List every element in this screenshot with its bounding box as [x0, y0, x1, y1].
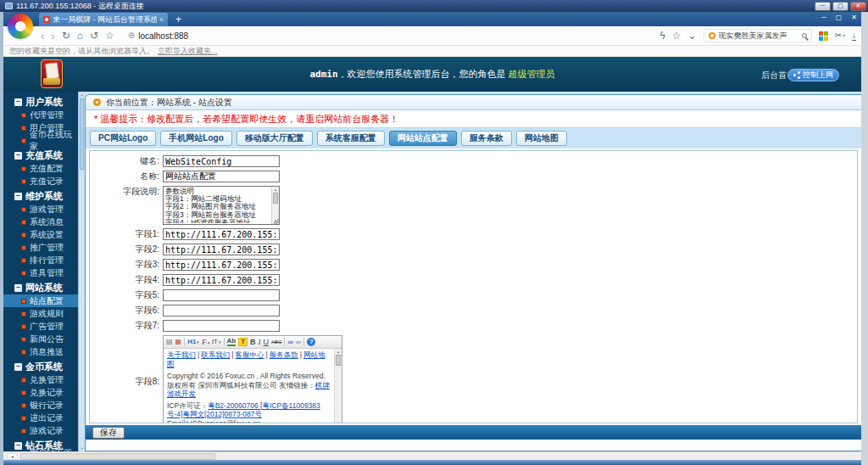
field-input[interactable] — [163, 228, 280, 240]
sidebar-section-header[interactable]: − 金币系统 — [3, 360, 78, 373]
sidebar-section-header[interactable]: − 用户系统 — [3, 95, 78, 109]
back-icon[interactable]: ‹ — [41, 31, 44, 42]
sidebar-item[interactable]: 游戏记录 — [3, 424, 78, 437]
field-input[interactable] — [163, 244, 280, 255]
search-hotword[interactable]: 现实樊胜美家属发声 — [719, 31, 798, 42]
browser-logo-icon[interactable] — [8, 14, 33, 39]
search-icon[interactable] — [802, 33, 807, 38]
footer-link[interactable]: 服务条款 — [270, 350, 298, 359]
refresh-icon[interactable]: ↻ — [62, 31, 70, 41]
field-input[interactable] — [163, 320, 280, 332]
screenshot-tool[interactable]: ✂ ▾ — [835, 31, 845, 40]
sidebar-item[interactable]: 进出记录 — [3, 412, 78, 424]
sidebar-item[interactable]: 游戏规则 — [3, 307, 78, 320]
unlink-icon[interactable]: ∞ — [296, 339, 301, 346]
browser-restore-button[interactable]: ▢ — [836, 14, 843, 21]
scroll-down-icon[interactable]: ▼ — [335, 423, 342, 423]
sidebar-item[interactable]: 游戏管理 — [3, 203, 78, 216]
download-icon[interactable]: ↓ — [852, 31, 856, 41]
scroll-up-icon[interactable]: ▲ — [272, 188, 279, 192]
bookmark-star-icon[interactable]: ☆ — [105, 31, 114, 41]
speed-mode-icon[interactable]: ϟ — [659, 31, 665, 41]
scrollbar-thumb[interactable] — [336, 355, 341, 366]
backend-home-link[interactable]: 后台首 — [761, 70, 787, 81]
strikethrough-icon[interactable]: ABC — [271, 339, 281, 345]
sidebar-item[interactable]: 系统设置 — [3, 228, 78, 241]
field-input[interactable] — [163, 274, 280, 286]
scrollbar-thumb[interactable] — [20, 453, 215, 460]
bold-icon[interactable]: B — [250, 339, 256, 346]
source-icon[interactable]: ▤ — [166, 339, 173, 345]
sidebar-section-header[interactable]: − 网站系统 — [3, 281, 78, 294]
home-icon[interactable]: ⌂ — [77, 31, 83, 41]
import-favorites-link[interactable]: 立即导入收藏夹... — [158, 46, 218, 57]
italic-icon[interactable]: I — [259, 339, 261, 346]
config-tab[interactable]: 移动版大厅配置 — [236, 131, 313, 146]
new-tab-button[interactable]: + — [175, 14, 181, 25]
resize-grip[interactable] — [336, 422, 342, 423]
rdp-close-button[interactable]: ✕ — [850, 2, 866, 11]
editor-content[interactable]: 关于我们|联系我们|客服中心|服务条款|网站地图 Copyright © 201… — [164, 349, 342, 423]
sidebar-item[interactable]: 消息推送 — [3, 345, 78, 358]
sidebar-item[interactable]: 站点配置 — [3, 294, 78, 307]
favorites-icon[interactable]: ☆ — [672, 31, 682, 41]
scroll-up-icon[interactable]: ▲ — [335, 350, 342, 354]
scroll-left-icon[interactable]: ◄ — [7, 453, 18, 460]
scissors-icon[interactable]: ✂ — [835, 31, 842, 40]
scroll-down-icon[interactable]: ▼ — [79, 446, 85, 451]
footer-link[interactable]: 关于我们 — [167, 350, 196, 359]
browser-minimize-button[interactable]: ─ — [821, 14, 826, 21]
sidebar-item[interactable]: 充值记录 — [3, 175, 78, 188]
rdp-restore-button[interactable]: ▢ — [832, 2, 849, 11]
sidebar-item[interactable]: 兑换管理 — [3, 373, 78, 386]
config-tab[interactable]: 网站地图 — [516, 131, 567, 146]
sidebar-item[interactable]: 银行记录 — [3, 399, 78, 412]
field-description-textarea[interactable]: 参数说明 字段1：网站二维码地址 字段2：网站图片服务器地址 字段3：网站前台服… — [163, 186, 280, 225]
apps-grid-icon[interactable] — [819, 31, 828, 41]
sidebar-section-header[interactable]: − 维护系统 — [3, 189, 78, 203]
config-tab[interactable]: 系统客服配置 — [317, 131, 385, 146]
field-input[interactable] — [163, 305, 280, 317]
field-input[interactable] — [163, 289, 280, 301]
sidebar-item[interactable]: 排行管理 — [3, 254, 78, 266]
backcolor-icon[interactable]: T — [238, 338, 248, 346]
field-input[interactable] — [163, 171, 280, 182]
url-text[interactable]: localhost:888 — [138, 31, 188, 41]
rdp-minimize-button[interactable]: ─ — [815, 2, 831, 11]
tab-close-icon[interactable]: × — [159, 16, 164, 24]
field-input[interactable] — [163, 259, 280, 271]
search-box[interactable]: 现实樊胜美家属发声 — [704, 29, 812, 42]
underline-icon[interactable]: U — [264, 339, 270, 346]
horizontal-scrollbar[interactable]: ◄ — [3, 451, 861, 460]
link-icon[interactable]: ∞ — [287, 339, 292, 346]
sidebar-item[interactable]: 广告管理 — [3, 320, 78, 333]
resize-grip[interactable] — [273, 218, 279, 224]
footer-link[interactable]: 联系我们 — [201, 350, 230, 359]
forecolor-icon[interactable]: Ab — [227, 338, 236, 346]
config-tab[interactable]: PC网站Logo — [90, 131, 156, 146]
sidebar-item[interactable]: 道具管理 — [3, 266, 78, 279]
sidebar-item[interactable]: 充值配置 — [3, 162, 78, 175]
rich-text-editor[interactable]: ▤▦H1FtTAbTBIUABC∞∞? 关于我们|联系我们|客服中心|服务条款|… — [163, 335, 342, 423]
font-select[interactable]: F — [202, 339, 209, 346]
scrollbar-thumb[interactable] — [273, 193, 278, 204]
sidebar-item[interactable]: 推广管理 — [3, 241, 78, 254]
sidebar-item[interactable]: 系统消息 — [3, 216, 78, 228]
restore-session-icon[interactable]: ↺ — [90, 31, 98, 41]
sidebar-item[interactable]: 新闻公告 — [3, 333, 78, 345]
config-tab[interactable]: 服务条款 — [461, 131, 512, 146]
heading-select[interactable]: H1 — [187, 339, 199, 345]
browser-tab[interactable]: 来一局棋牌 - 网站后台管理系统 × — [39, 13, 168, 26]
config-tab[interactable]: 手机网站Logo — [160, 131, 231, 146]
sidebar-scrollbar[interactable]: ▲ ▼ — [78, 92, 85, 451]
sidebar-item[interactable]: 兑换记录 — [3, 386, 78, 399]
help-icon[interactable]: ? — [307, 338, 315, 346]
chevron-down-icon[interactable]: ⌄ — [688, 31, 697, 41]
field-input[interactable] — [163, 155, 280, 167]
save-button[interactable]: 保存 — [92, 427, 125, 439]
sidebar-item[interactable]: 金币在线玩家 — [3, 134, 78, 147]
scrollbar-thumb[interactable] — [80, 98, 84, 170]
browser-close-button[interactable]: ✕ — [851, 14, 857, 21]
footer-link[interactable]: 客服中心 — [235, 350, 264, 359]
sidebar-item[interactable]: 代理管理 — [3, 109, 78, 121]
